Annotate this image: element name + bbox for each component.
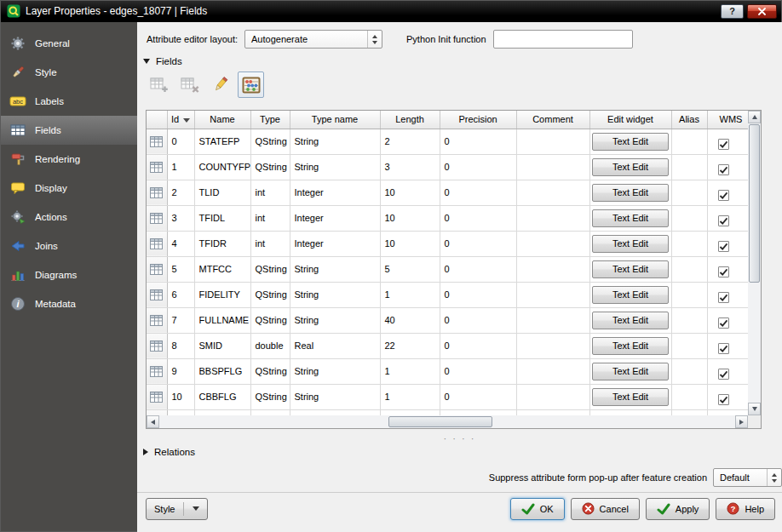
table-row[interactable]: 2 TLID int Integer 10 0 Text Edit [147,180,748,205]
table-row[interactable]: 6 FIDELITY QString String 1 0 Text Edit [147,282,748,307]
attribute-editor-layout-combobox[interactable]: Autogenerate [244,30,382,49]
horizontal-scrollbar-thumb[interactable] [388,416,492,427]
row-header[interactable] [147,333,167,358]
wms-checkbox[interactable] [718,394,729,405]
row-header[interactable] [147,205,167,231]
cell-length[interactable]: 10 [380,231,440,256]
cell-precision[interactable]: 0 [440,307,516,333]
cell-id[interactable]: 6 [167,282,194,307]
table-row[interactable]: 7 FULLNAME QString String 40 0 Text Edit [147,307,748,333]
cell-id[interactable]: 4 [167,231,194,256]
cell-alias[interactable] [671,282,707,307]
cell-comment[interactable] [516,231,589,256]
cell-name[interactable]: STATEFP [194,129,250,154]
cell-alias[interactable] [671,333,707,358]
cell-name[interactable]: COUNTYFP [194,154,250,180]
window-close-button[interactable] [747,4,777,19]
splitter-handle[interactable] [137,433,782,441]
cell-precision[interactable]: 0 [440,231,516,256]
cell-precision[interactable]: 0 [440,282,516,307]
cell-type-name[interactable]: String [290,129,380,154]
edit-widget-button[interactable]: Text Edit [592,388,669,406]
cell-name[interactable]: TLID [194,180,250,205]
scroll-up-button[interactable] [748,111,761,123]
cell-type-name[interactable]: String [290,154,380,180]
cell-comment[interactable] [516,205,589,231]
wms-checkbox[interactable] [718,369,729,380]
cell-type[interactable]: QString [250,282,290,307]
cell-alias[interactable] [671,384,707,409]
cell-comment[interactable] [516,384,589,409]
cell-name[interactable]: FULLNAME [194,307,250,333]
sidebar-item-actions[interactable]: Actions [0,203,137,232]
table-row[interactable]: 0 STATEFP QString String 2 0 Text Edit [147,129,748,154]
row-header[interactable] [147,180,167,205]
sidebar-item-diagrams[interactable]: Diagrams [0,260,137,289]
cell-type[interactable]: QString [250,256,290,282]
toggle-editing-button[interactable] [207,72,233,98]
edit-widget-button[interactable]: Text Edit [592,209,669,227]
cell-id[interactable]: 2 [167,180,194,205]
new-field-button[interactable] [146,72,172,98]
cell-id[interactable]: 1 [167,154,194,180]
cell-id[interactable]: 10 [167,384,194,409]
cell-name[interactable]: TFIDR [194,231,250,256]
cell-alias[interactable] [671,154,707,180]
scroll-left-button[interactable] [147,415,159,428]
cell-id[interactable]: 5 [167,256,194,282]
cell-alias[interactable] [671,180,707,205]
cell-comment[interactable] [516,358,589,384]
fields-group-header[interactable]: Fields [143,56,182,66]
cell-length[interactable]: 22 [380,333,440,358]
wms-checkbox[interactable] [718,317,729,329]
cell-comment[interactable] [516,333,589,358]
cell-length[interactable] [380,409,440,415]
cell-id[interactable]: 7 [167,307,194,333]
cell-comment[interactable] [516,409,589,415]
cell-length[interactable]: 10 [380,205,440,231]
cell-type-name[interactable]: Integer [290,205,380,231]
row-header[interactable] [147,154,167,180]
col-header-type-name[interactable]: Type name [290,111,380,129]
cell-type[interactable]: int [250,180,290,205]
cell-id[interactable]: 8 [167,333,194,358]
edit-widget-button[interactable]: Text Edit [592,184,669,202]
col-header-type[interactable]: Type [250,111,290,129]
scroll-right-button[interactable] [735,415,748,428]
cell-type-name[interactable]: String [290,282,380,307]
wms-checkbox[interactable] [718,343,729,354]
sidebar-item-style[interactable]: Style [0,58,137,87]
cell-length[interactable]: 1 [380,358,440,384]
wms-checkbox[interactable] [718,266,729,277]
cell-type-name[interactable]: String [290,358,380,384]
cell-length[interactable]: 5 [380,256,440,282]
wms-checkbox[interactable] [718,164,729,175]
cell-alias[interactable] [671,129,707,154]
cell-id[interactable]: 9 [167,358,194,384]
sidebar-item-rendering[interactable]: Rendering [0,145,137,174]
table-row[interactable]: 8 SMID double Real 22 0 Text Edit [147,333,748,358]
apply-button[interactable]: Apply [646,498,710,520]
edit-widget-button[interactable]: Text Edit [592,260,669,278]
col-header-length[interactable]: Length [380,111,440,129]
cell-name[interactable]: SMID [194,333,250,358]
edit-widget-button[interactable]: Text Edit [592,337,669,355]
cell-id[interactable] [167,409,194,415]
wms-checkbox[interactable] [718,190,729,201]
cell-precision[interactable]: 0 [440,384,516,409]
cell-type-name[interactable]: String [290,384,380,409]
cell-type-name[interactable]: String [290,307,380,333]
table-row[interactable]: 9 BBSPFLG QString String 1 0 Text Edit [147,358,748,384]
sidebar-item-labels[interactable]: abc Labels [0,87,137,116]
wms-checkbox[interactable] [718,215,729,226]
scroll-down-button[interactable] [748,403,761,415]
cell-type[interactable]: int [250,205,290,231]
cell-type[interactable]: QString [250,384,290,409]
cell-name[interactable]: CBBFLG [194,384,250,409]
cell-comment[interactable] [516,129,589,154]
sidebar-item-joins[interactable]: Joins [0,232,137,260]
cell-type-name[interactable]: Real [290,333,380,358]
cell-length[interactable]: 40 [380,307,440,333]
wms-checkbox[interactable] [718,292,729,303]
style-button[interactable]: Style [146,498,208,520]
